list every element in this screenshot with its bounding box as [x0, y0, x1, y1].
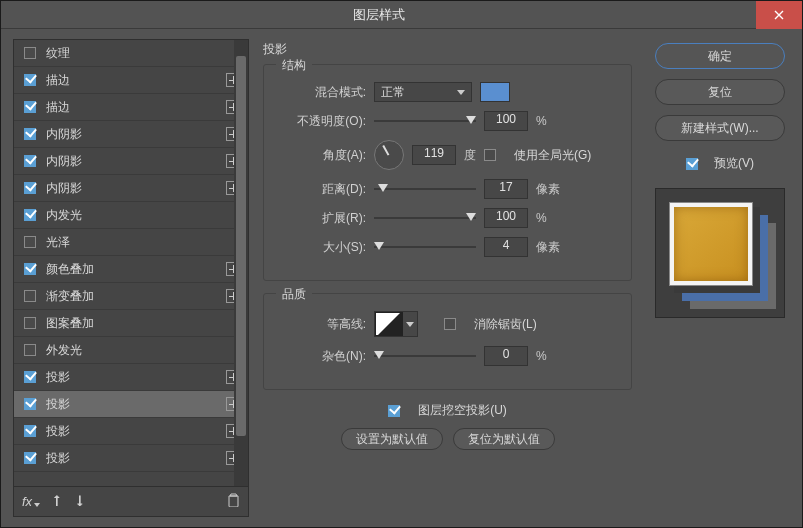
scrollbar-thumb[interactable] [236, 56, 246, 436]
angle-unit: 度 [464, 147, 476, 164]
quality-legend: 品质 [276, 286, 312, 303]
noise-label: 杂色(N): [278, 348, 366, 365]
opacity-unit: % [536, 114, 547, 128]
shadow-color-swatch[interactable] [480, 82, 510, 102]
move-up-icon[interactable]: 🠕 [50, 494, 63, 509]
style-checkbox[interactable] [24, 371, 36, 383]
style-checkbox[interactable] [24, 128, 36, 140]
style-label: 内阴影 [46, 180, 222, 197]
style-checkbox[interactable] [24, 263, 36, 275]
style-label: 纹理 [46, 45, 240, 62]
style-label: 颜色叠加 [46, 261, 222, 278]
style-checkbox[interactable] [24, 317, 36, 329]
blend-mode-label: 混合模式: [278, 84, 366, 101]
style-checkbox[interactable] [24, 398, 36, 410]
style-row-8[interactable]: 颜色叠加 [14, 256, 248, 283]
style-label: 内发光 [46, 207, 240, 224]
window-title: 图层样式 [1, 6, 756, 24]
global-light-checkbox[interactable] [484, 149, 496, 161]
preview-checkbox[interactable] [686, 158, 698, 170]
dialog-body: 纹理描边描边内阴影内阴影内阴影内发光光泽颜色叠加渐变叠加图案叠加外发光投影投影投… [1, 29, 802, 527]
trash-icon[interactable] [227, 493, 240, 510]
distance-input[interactable]: 17 [484, 179, 528, 199]
style-list-footer: fx 🠕 🠗 [14, 486, 248, 516]
style-label: 投影 [46, 369, 222, 386]
style-label: 光泽 [46, 234, 240, 251]
style-checkbox[interactable] [24, 452, 36, 464]
distance-label: 距离(D): [278, 181, 366, 198]
style-row-12[interactable]: 投影 [14, 364, 248, 391]
opacity-label: 不透明度(O): [278, 113, 366, 130]
style-checkbox[interactable] [24, 155, 36, 167]
knockout-checkbox[interactable] [388, 405, 400, 417]
style-row-7[interactable]: 光泽 [14, 229, 248, 256]
fx-menu[interactable]: fx [22, 494, 40, 509]
style-row-0[interactable]: 纹理 [14, 40, 248, 67]
size-label: 大小(S): [278, 239, 366, 256]
opacity-slider[interactable] [374, 114, 476, 128]
titlebar: 图层样式 [1, 1, 802, 29]
opacity-input[interactable]: 100 [484, 111, 528, 131]
style-row-5[interactable]: 内阴影 [14, 175, 248, 202]
knockout-label: 图层挖空投影(U) [418, 402, 507, 419]
structure-legend: 结构 [276, 57, 312, 74]
style-row-2[interactable]: 描边 [14, 94, 248, 121]
style-checkbox[interactable] [24, 425, 36, 437]
style-label: 描边 [46, 99, 222, 116]
noise-slider[interactable] [374, 349, 476, 363]
style-checkbox[interactable] [24, 47, 36, 59]
action-panel: 确定 复位 新建样式(W)... 预览(V) [648, 39, 792, 517]
style-checkbox[interactable] [24, 182, 36, 194]
style-row-3[interactable]: 内阴影 [14, 121, 248, 148]
spread-input[interactable]: 100 [484, 208, 528, 228]
size-slider[interactable] [374, 240, 476, 254]
close-button[interactable] [756, 1, 802, 29]
distance-slider[interactable] [374, 182, 476, 196]
style-label: 内阴影 [46, 153, 222, 170]
panel-title: 投影 [263, 41, 632, 58]
style-label: 外发光 [46, 342, 240, 359]
style-row-1[interactable]: 描边 [14, 67, 248, 94]
style-label: 图案叠加 [46, 315, 240, 332]
style-row-13[interactable]: 投影 [14, 391, 248, 418]
spread-slider[interactable] [374, 211, 476, 225]
angle-dial[interactable] [374, 140, 404, 170]
style-checkbox[interactable] [24, 236, 36, 248]
style-row-9[interactable]: 渐变叠加 [14, 283, 248, 310]
blend-mode-select[interactable]: 正常 [374, 82, 472, 102]
preview-thumbnail [655, 188, 785, 318]
chevron-down-icon[interactable] [403, 312, 417, 336]
new-style-button[interactable]: 新建样式(W)... [655, 115, 785, 141]
contour-picker[interactable] [374, 311, 418, 337]
size-input[interactable]: 4 [484, 237, 528, 257]
style-checkbox[interactable] [24, 101, 36, 113]
scrollbar[interactable] [234, 40, 248, 486]
reset-default-button[interactable]: 复位为默认值 [453, 428, 555, 450]
spread-unit: % [536, 211, 547, 225]
style-row-14[interactable]: 投影 [14, 418, 248, 445]
antialias-checkbox[interactable] [444, 318, 456, 330]
move-down-icon[interactable]: 🠗 [73, 494, 86, 509]
style-row-11[interactable]: 外发光 [14, 337, 248, 364]
style-row-15[interactable]: 投影 [14, 445, 248, 472]
style-row-4[interactable]: 内阴影 [14, 148, 248, 175]
preview-label: 预览(V) [714, 155, 754, 172]
make-default-button[interactable]: 设置为默认值 [341, 428, 443, 450]
style-checkbox[interactable] [24, 209, 36, 221]
noise-input[interactable]: 0 [484, 346, 528, 366]
size-unit: 像素 [536, 239, 560, 256]
style-list: 纹理描边描边内阴影内阴影内阴影内发光光泽颜色叠加渐变叠加图案叠加外发光投影投影投… [14, 40, 248, 486]
style-checkbox[interactable] [24, 290, 36, 302]
spread-label: 扩展(R): [278, 210, 366, 227]
style-label: 投影 [46, 396, 222, 413]
angle-input[interactable]: 119 [412, 145, 456, 165]
style-row-6[interactable]: 内发光 [14, 202, 248, 229]
reset-button[interactable]: 复位 [655, 79, 785, 105]
style-label: 渐变叠加 [46, 288, 222, 305]
style-row-10[interactable]: 图案叠加 [14, 310, 248, 337]
style-checkbox[interactable] [24, 344, 36, 356]
contour-thumb [375, 312, 403, 336]
style-checkbox[interactable] [24, 74, 36, 86]
ok-button[interactable]: 确定 [655, 43, 785, 69]
angle-label: 角度(A): [278, 147, 366, 164]
